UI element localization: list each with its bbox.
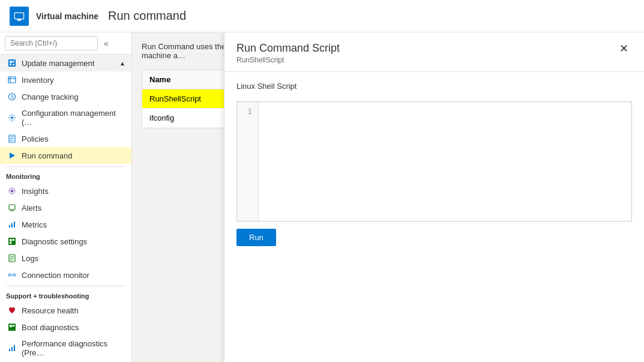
svg-rect-31 [13, 239, 14, 241]
update-management-icon [7, 58, 17, 68]
svg-rect-30 [10, 239, 12, 241]
collapse-button[interactable]: « [101, 37, 111, 49]
logs-icon [7, 253, 17, 263]
panel-subtitle: RunShellScript [236, 56, 340, 64]
sidebar-item-alerts[interactable]: Alerts [0, 199, 131, 216]
svg-rect-44 [11, 347, 13, 351]
panel-title-area: Run Command Script RunShellScript [236, 42, 340, 64]
sidebar-item-change-tracking-label: Change tracking [22, 92, 79, 101]
panel-body: Linux Shell Script 1 Run [224, 72, 644, 362]
search-input[interactable] [5, 36, 98, 50]
page-title: Run command [108, 9, 186, 23]
sidebar: « Update management ▲ Inventory [0, 32, 132, 362]
line-numbers: 1 [237, 102, 259, 221]
vm-icon [10, 7, 29, 26]
sidebar-item-boot-diagnostics[interactable]: Boot diagnostics [0, 319, 131, 336]
sidebar-item-inventory[interactable]: Inventory [0, 71, 131, 88]
panel-title: Run Command Script [236, 42, 340, 55]
run-button[interactable]: Run [236, 229, 276, 246]
connection-monitor-icon [7, 270, 17, 280]
sidebar-item-logs-label: Logs [22, 254, 38, 263]
sidebar-item-configuration-management[interactable]: Configuration management (… [0, 105, 131, 130]
sidebar-item-policies[interactable]: Policies [0, 130, 131, 147]
sidebar-item-metrics-label: Metrics [22, 220, 47, 229]
performance-diagnostics-icon [7, 343, 17, 353]
ifconfig-label: ifconfig [149, 113, 174, 122]
sidebar-item-update-management[interactable]: Update management ▲ [0, 55, 131, 71]
svg-rect-1 [15, 13, 23, 19]
chevron-up-icon: ▲ [119, 60, 125, 67]
sidebar-item-connection-monitor[interactable]: Connection monitor [0, 267, 131, 283]
change-tracking-icon [7, 92, 17, 101]
search-box: « [0, 32, 131, 55]
svg-rect-45 [14, 345, 15, 351]
content-area: Run Command uses the VM agent to run scr… [132, 32, 644, 362]
sidebar-item-run-command-label: Run command [22, 151, 73, 160]
sidebar-item-alerts-label: Alerts [22, 204, 41, 213]
policies-icon [7, 134, 17, 143]
sidebar-item-update-management-label: Update management [22, 59, 94, 68]
svg-rect-10 [8, 77, 16, 83]
sidebar-item-resource-health-label: Resource health [22, 306, 79, 315]
svg-point-20 [11, 190, 14, 193]
configuration-management-icon [7, 113, 17, 122]
sidebar-item-inventory-label: Inventory [22, 76, 53, 85]
inventory-icon [7, 75, 17, 85]
support-section-header: Support + troubleshooting [0, 289, 131, 302]
script-editor-container: 1 [236, 101, 632, 222]
field-label: Linux Shell Script [236, 82, 632, 91]
svg-rect-43 [9, 349, 10, 351]
svg-rect-27 [11, 223, 13, 228]
svg-rect-7 [13, 61, 14, 62]
sidebar-item-configuration-management-label: Configuration management (… [22, 109, 125, 127]
svg-point-14 [11, 116, 13, 119]
sidebar-item-resource-health[interactable]: Resource health [0, 302, 131, 319]
sidebar-item-policies-label: Policies [22, 134, 49, 143]
divider-monitoring [6, 166, 125, 167]
svg-point-38 [13, 274, 16, 276]
vm-name: Virtual machine [36, 11, 98, 21]
svg-point-37 [8, 274, 11, 276]
sidebar-scroll: Update management ▲ Inventory Change tra… [0, 55, 131, 362]
svg-rect-41 [10, 325, 12, 327]
svg-rect-26 [9, 225, 10, 228]
sidebar-item-run-command[interactable]: Run command [0, 147, 131, 164]
boot-diagnostics-icon [7, 322, 17, 332]
sidebar-item-change-tracking[interactable]: Change tracking [0, 88, 131, 105]
divider-support [6, 286, 125, 286]
sidebar-item-connection-monitor-label: Connection monitor [22, 271, 89, 280]
main-layout: « Update management ▲ Inventory [0, 32, 644, 362]
sidebar-item-logs[interactable]: Logs [0, 250, 131, 267]
sidebar-item-diagnostic-settings-label: Diagnostic settings [22, 237, 87, 246]
panel-header: Run Command Script RunShellScript ✕ [224, 32, 644, 72]
insights-icon [7, 186, 17, 196]
panel-close-button[interactable]: ✕ [616, 42, 632, 55]
svg-rect-6 [10, 61, 12, 63]
resource-health-icon [7, 306, 17, 315]
metrics-icon [7, 220, 17, 229]
sidebar-item-metrics[interactable]: Metrics [0, 216, 131, 233]
monitoring-section-header: Monitoring [0, 169, 131, 183]
sidebar-item-performance-diagnostics-label: Performance diagnostics (Pre… [22, 339, 125, 357]
run-shell-script-label: RunShellScript [149, 94, 201, 103]
sidebar-item-diagnostic-settings[interactable]: Diagnostic settings [0, 233, 131, 250]
vm-info: Virtual machine [36, 11, 98, 21]
sidebar-item-insights[interactable]: Insights [0, 183, 131, 199]
svg-rect-9 [13, 64, 14, 65]
top-header: Virtual machine Run command [0, 0, 644, 32]
sidebar-item-performance-diagnostics[interactable]: Performance diagnostics (Pre… [0, 336, 131, 361]
svg-rect-28 [14, 222, 15, 228]
svg-rect-32 [10, 242, 11, 244]
run-command-icon [7, 151, 17, 160]
svg-rect-42 [13, 325, 14, 327]
script-textarea[interactable] [259, 102, 631, 221]
svg-marker-19 [10, 152, 15, 158]
alerts-icon [7, 203, 17, 213]
diagnostic-settings-icon [7, 237, 17, 246]
sidebar-item-boot-diagnostics-label: Boot diagnostics [22, 323, 79, 332]
svg-rect-8 [10, 64, 11, 65]
run-command-panel: Run Command Script RunShellScript ✕ Linu… [224, 32, 644, 362]
sidebar-item-insights-label: Insights [22, 187, 49, 196]
svg-rect-22 [9, 205, 15, 210]
